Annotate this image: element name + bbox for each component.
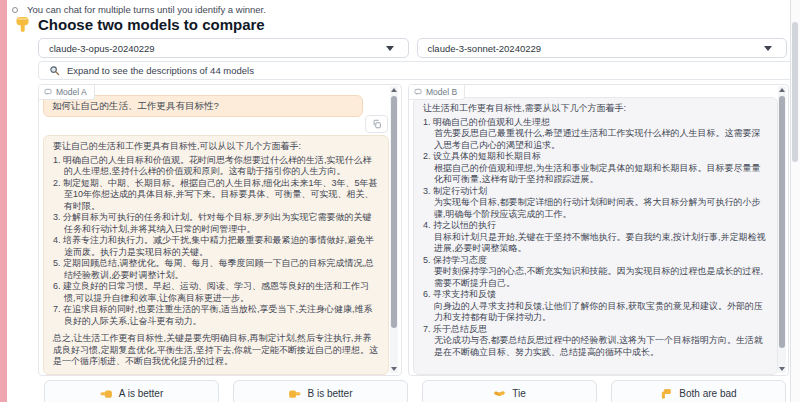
left-accent-strip [0, 0, 7, 402]
copy-icon [372, 119, 382, 129]
response-item: 3. 制定行动计划 为实现每个目标,都要制定详细的行动计划和时间表。将大目标分解… [423, 186, 768, 221]
model-a-scrollbar[interactable] [390, 86, 398, 373]
chat-icon [44, 88, 52, 96]
response-item: 2. 设立具体的短期和长期目标 根据自己的价值观和理想,为生活和事业制定具体的短… [423, 151, 768, 186]
response-item: 4. 培养专注力和执行力。减少干扰,集中精力把最重要和最紧迫的事情做好,避免半途… [53, 235, 379, 258]
model-b-scrollbar[interactable] [778, 86, 786, 373]
response-item: 7. 乐于总结反思 无论成功与否,都要总结反思过程中的经验教训,这将为下一个目标… [423, 324, 768, 359]
response-intro: 让生活和工作更有目标性,需要从以下几个方面着手: [423, 103, 768, 115]
response-item: 1. 明确自己的价值观和人生理想 首先要反思自己最重视什么,希望通过生活和工作实… [423, 117, 768, 152]
response-item: 5. 定期回顾总结,调整优化。每周、每月、每季度回顾一下自己的目标完成情况,总结… [53, 258, 379, 281]
vote-a-better-label: A is better [119, 388, 163, 399]
vote-both-bad-label: Both are bad [679, 388, 736, 399]
scroll-down-icon[interactable] [779, 367, 785, 371]
model-b-dropdown-value: claude-3-sonnet-20240229 [428, 43, 542, 54]
vote-buttons-row: A is better B is better Tie Both are bad [44, 380, 786, 402]
response-item: 7. 在追求目标的同时,也要注重生活的平衡,适当放松,享受当下,关注身心健康,维… [53, 304, 379, 327]
thumbs-down-icon [660, 387, 673, 400]
vote-b-better-button[interactable]: B is better [233, 380, 408, 402]
point-left-icon [100, 387, 113, 400]
response-item: 4. 持之以恒的执行 目标和计划只是开始,关键在于坚持不懈地执行。要自我约束,按… [423, 220, 768, 255]
scrollbar-thumb[interactable] [391, 96, 397, 328]
model-b-label: Model B [409, 85, 465, 100]
page-scrollbar[interactable] [790, 0, 800, 402]
response-intro: 要让自己的生活和工作更具有目标性,可以从以下几个方面着手: [53, 141, 379, 153]
copy-button[interactable] [365, 115, 388, 133]
model-descriptions-accordion[interactable]: Expand to see the descriptions of 44 mod… [38, 61, 800, 80]
response-outro: 总之,让生活工作更有目标性,关键是要先明确目标,再制定计划,然后专注执行,并养成… [53, 333, 379, 368]
chevron-down-icon [764, 46, 772, 51]
model-a-dropdown-value: claude-3-opus-20240229 [49, 43, 155, 54]
scrollbar-thumb[interactable] [779, 96, 785, 348]
model-a-dropdown[interactable]: claude-3-opus-20240229 [38, 38, 409, 58]
scroll-up-icon[interactable] [779, 88, 785, 92]
page-title: Choose two models to compare [38, 16, 265, 33]
response-item: 1. 明确自己的人生目标和价值观。花时间思考你想要过什么样的生活,实现什么样的人… [53, 155, 379, 178]
model-b-response: 让生活和工作更有目标性,需要从以下几个方面着手: 1. 明确自己的价值观和人生理… [413, 97, 778, 375]
model-b-dropdown[interactable]: claude-3-sonnet-20240229 [417, 38, 788, 58]
response-item: 6. 寻求支持和反馈 向身边的人寻求支持和反馈,让他们了解你的目标,获取宝贵的意… [423, 289, 768, 324]
scroll-up-icon[interactable] [391, 88, 397, 92]
model-b-panel: Model B 让生活和工作更有目标性,需要从以下几个方面着手: 1. 明确自己… [408, 84, 789, 376]
model-selectors: claude-3-opus-20240229 claude-3-sonnet-2… [38, 38, 787, 58]
vote-b-better-label: B is better [307, 388, 352, 399]
response-item: 3. 分解目标为可执行的任务和计划。针对每个目标,罗列出为实现它需要做的关键任务… [53, 212, 379, 235]
page-header: Choose two models to compare [14, 16, 265, 33]
accordion-label: Expand to see the descriptions of 44 mod… [67, 65, 254, 76]
response-item: 6. 建立良好的日常习惯。早起、运动、阅读、学习、感恩等良好的生活和工作习惯,可… [53, 281, 379, 304]
bullet-icon [12, 7, 18, 13]
scroll-down-icon[interactable] [391, 367, 397, 371]
response-item: 2. 制定短期、中期、长期目标。根据自己的人生目标,细化出未来1年、3年、5年甚… [53, 178, 379, 213]
vote-tie-button[interactable]: Tie [422, 380, 597, 402]
point-right-icon [288, 387, 301, 400]
vote-a-better-button[interactable]: A is better [44, 380, 219, 402]
model-a-response: 要让自己的生活和工作更具有目标性,可以从以下几个方面着手: 1. 明确自己的人生… [43, 135, 389, 375]
instruction-line: You can chat for multiple turns until yo… [12, 4, 266, 15]
handshake-icon [493, 387, 506, 400]
model-a-panel: Model A 如何让自己的生活、工作更具有目标性? 要让自己的生活和工作更具有… [38, 84, 402, 376]
model-a-label: Model A [39, 85, 95, 100]
response-item: 5. 保持学习态度 要时刻保持学习的心态,不断充实知识和技能。因为实现目标的过程… [423, 255, 768, 290]
instruction-text: You can chat for multiple turns until yo… [27, 4, 266, 15]
chat-icon [414, 88, 422, 96]
search-icon [49, 65, 60, 76]
chevron-down-icon [386, 46, 394, 51]
page-scrollbar-thumb[interactable] [792, 22, 798, 162]
vote-tie-label: Tie [512, 388, 526, 399]
vote-both-bad-button[interactable]: Both are bad [611, 380, 786, 402]
point-down-icon [14, 16, 31, 33]
